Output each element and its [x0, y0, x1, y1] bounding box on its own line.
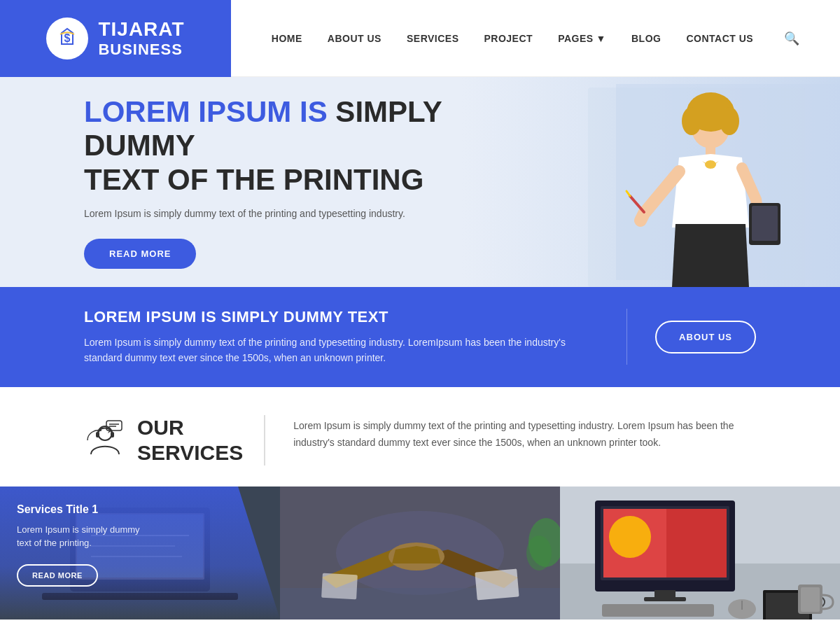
- hero-person-image: [588, 88, 805, 287]
- search-icon[interactable]: 🔍: [784, 31, 799, 46]
- svg-text:$: $: [64, 32, 71, 44]
- service-cards-row: Services Title 1 Lorem Ipsum is simply d…: [0, 486, 840, 620]
- service-card-1: Services Title 1 Lorem Ipsum is simply d…: [0, 486, 280, 620]
- svg-point-8: [705, 160, 716, 169]
- header: $ TIJARAT BUSINESS HOME ABOUT US SERVICE…: [0, 0, 840, 77]
- svg-rect-15: [111, 432, 114, 438]
- services-description: Lorem Ipsum is simply dummy text of the …: [293, 415, 756, 451]
- svg-rect-44: [602, 604, 714, 617]
- nav-services[interactable]: SERVICES: [407, 33, 459, 44]
- hero-title: LOREM IPSUM IS SIMPLY DUMMYTEXT OF THE P…: [84, 95, 448, 197]
- logo-line1: TIJARAT: [98, 18, 184, 41]
- about-banner-divider: [626, 309, 627, 365]
- about-banner-title: LOREM IPSUM IS SIMPLY DUMMY TEXT: [84, 308, 570, 326]
- svg-point-34: [526, 536, 552, 570]
- svg-rect-40: [644, 597, 686, 601]
- about-banner: LOREM IPSUM IS SIMPLY DUMMY TEXT Lorem I…: [0, 287, 840, 387]
- hero-section: LOREM IPSUM IS SIMPLY DUMMYTEXT OF THE P…: [0, 77, 840, 287]
- about-us-button[interactable]: ABOUT US: [655, 321, 756, 354]
- svg-rect-53: [801, 587, 820, 612]
- svg-rect-31: [475, 568, 519, 600]
- card-content-1: Services Title 1 Lorem Ipsum is simply d…: [0, 486, 280, 620]
- svg-point-5: [682, 107, 701, 135]
- service-card-bg-3: [560, 486, 840, 620]
- svg-point-6: [720, 107, 739, 135]
- hero-subtitle: Lorem Ipsum is simply dummy text of the …: [84, 208, 448, 219]
- nav-about[interactable]: ABOUT US: [328, 33, 382, 44]
- nav-contact[interactable]: CONTACT US: [686, 33, 753, 44]
- card-title-1: Services Title 1: [17, 503, 263, 516]
- nav-pages[interactable]: PAGES ▼: [558, 33, 606, 44]
- about-banner-description: Lorem Ipsum is simply dummy text of the …: [84, 335, 570, 366]
- svg-rect-14: [96, 432, 99, 438]
- service-card-2: [280, 486, 560, 620]
- services-section: OURSERVICES Lorem Ipsum is simply dummy …: [0, 387, 840, 465]
- hero-content: LOREM IPSUM IS SIMPLY DUMMYTEXT OF THE P…: [0, 95, 448, 269]
- card-cta-1[interactable]: READ MORE: [17, 564, 98, 587]
- svg-rect-32: [321, 573, 358, 599]
- service-card-bg-2: [280, 486, 560, 620]
- logo-text: TIJARAT BUSINESS: [98, 18, 184, 59]
- hero-title-accent: LOREM IPSUM IS: [84, 95, 328, 128]
- card-desc-1: Lorem Ipsum is simply dummy text of the …: [17, 523, 143, 550]
- chevron-down-icon: ▼: [596, 33, 606, 44]
- services-heading: OURSERVICES: [84, 415, 265, 465]
- services-icon: [84, 419, 126, 461]
- hero-cta-button[interactable]: READ MORE: [84, 239, 196, 269]
- logo-icon: $: [46, 18, 88, 59]
- svg-rect-12: [752, 206, 778, 241]
- nav-area: HOME ABOUT US SERVICES PROJECT PAGES ▼ B…: [231, 0, 840, 76]
- service-card-3: [560, 486, 840, 620]
- services-title: OURSERVICES: [137, 415, 243, 465]
- about-banner-text: LOREM IPSUM IS SIMPLY DUMMY TEXT Lorem I…: [84, 308, 598, 366]
- nav-project[interactable]: PROJECT: [484, 33, 533, 44]
- logo-area[interactable]: $ TIJARAT BUSINESS: [0, 0, 231, 77]
- nav-home[interactable]: HOME: [272, 33, 302, 44]
- svg-point-43: [609, 516, 651, 558]
- logo-line2: BUSINESS: [98, 41, 184, 59]
- nav-blog[interactable]: BLOG: [631, 33, 661, 44]
